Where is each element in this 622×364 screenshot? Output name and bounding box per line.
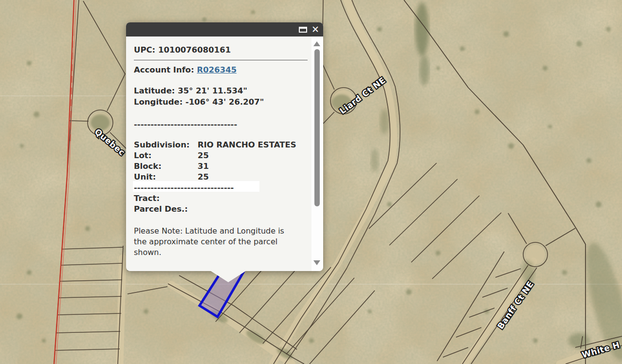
subdivision-value: RIO RANCHO ESTATES bbox=[198, 140, 296, 149]
dashed-separator: ------------------------------ bbox=[134, 183, 234, 192]
scroll-down-icon[interactable] bbox=[313, 260, 320, 265]
account-info-label: Account Info: bbox=[134, 65, 197, 74]
account-info-row: Account Info: R026345 bbox=[134, 65, 237, 74]
note-text: Please Note: Latitude and Longitude is t… bbox=[134, 226, 284, 258]
tract-label: Tract: bbox=[134, 194, 160, 203]
subdivision-row: Subdivision:RIO RANCHO ESTATES bbox=[134, 140, 314, 149]
latitude-value: Latitude: 35° 21' 11.534" bbox=[134, 86, 247, 95]
popup-titlebar[interactable]: ✕ bbox=[126, 22, 323, 36]
maximize-icon[interactable] bbox=[299, 27, 307, 33]
lot-value: 25 bbox=[198, 151, 209, 160]
block-row: Block:31 bbox=[134, 162, 314, 171]
unit-row: Unit:25 bbox=[134, 172, 314, 182]
block-label: Block: bbox=[134, 162, 314, 171]
lot-row: Lot:25 bbox=[134, 151, 314, 160]
block-value: 31 bbox=[198, 162, 209, 171]
scroll-up-icon[interactable] bbox=[313, 41, 320, 46]
unit-value: 25 bbox=[198, 172, 209, 182]
upc-value: UPC: 1010076080161 bbox=[134, 45, 231, 55]
dashed-separator: ------------------------------- bbox=[134, 120, 237, 129]
scrollbar-thumb[interactable] bbox=[314, 49, 320, 206]
close-icon[interactable]: ✕ bbox=[311, 25, 319, 34]
popup-callout-tail bbox=[209, 270, 247, 282]
longitude-value: Longitude: -106° 43' 26.207" bbox=[134, 97, 264, 107]
account-link[interactable]: R026345 bbox=[197, 65, 237, 74]
parcel-info-popup: ✕ UPC: 1010076080161 Account Info: R0263… bbox=[126, 22, 323, 271]
parcel-des-label: Parcel Des.: bbox=[134, 204, 188, 214]
lot-label: Lot: bbox=[134, 151, 314, 160]
divider-line bbox=[134, 60, 308, 60]
popup-content: UPC: 1010076080161 Account Info: R026345… bbox=[126, 36, 323, 271]
unit-label: Unit: bbox=[134, 172, 314, 182]
gis-parcel-viewer: { "popup": { "upc": "UPC: 1010076080161"… bbox=[0, 0, 622, 364]
